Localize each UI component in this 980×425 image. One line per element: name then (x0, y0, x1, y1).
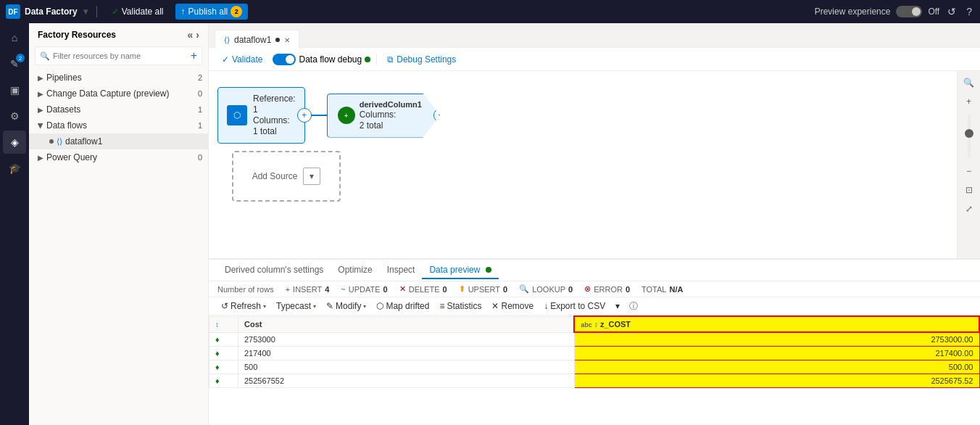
debug-toggle-knob (286, 55, 294, 64)
source-node-info: Reference: 1 Columns: 1 total (253, 94, 296, 137)
tab-derived-settings[interactable]: Derived column's settings (217, 262, 331, 279)
sort-icon[interactable]: ↕ (215, 321, 219, 329)
toggle-state-label: Off (928, 7, 939, 17)
statistics-btn[interactable]: ≡ Statistics (436, 300, 485, 313)
add-source-box[interactable]: Add Source ▾ (232, 151, 341, 202)
tab-data-preview[interactable]: Data preview (422, 262, 498, 279)
map-drifted-btn[interactable]: ⬡ Map drifted (373, 300, 433, 313)
dataflows-label: Data flows (46, 120, 195, 131)
delete-value: 0 (443, 285, 447, 294)
dataflows-arrow: ▶ (37, 123, 45, 128)
preview-toggle[interactable] (896, 6, 922, 17)
sidebar-section-cdc[interactable]: ▶ Change Data Capture (preview) 0 (29, 86, 208, 102)
derived-node-add-btn[interactable]: + (433, 108, 448, 123)
sidebar-item-dataflow1[interactable]: ⟨⟩ dataflow1 (29, 133, 208, 149)
update-label: UPDATE (349, 285, 381, 294)
nav-home-icon[interactable]: ⌂ (3, 26, 26, 49)
error-icon: ⊗ (584, 284, 591, 294)
export-icon: ↓ (544, 301, 548, 311)
sidebar-section-dataflows[interactable]: ▶ Data flows 1 (29, 117, 208, 133)
col-cost-header: Cost (238, 316, 575, 332)
export-csv-btn[interactable]: ↓ Export to CSV (540, 300, 609, 313)
source-columns-val: 1 total (253, 126, 296, 136)
source-node-add-btn[interactable]: + (297, 108, 312, 123)
nav-school-icon[interactable]: 🎓 (3, 157, 26, 180)
expand-view-icon[interactable]: ⤢ (960, 200, 978, 218)
error-value: 0 (626, 285, 630, 294)
insert-label: INSERT (293, 285, 322, 294)
powerquery-count: 0 (198, 153, 202, 162)
publish-badge: 2 (231, 6, 242, 17)
tab-unsaved-dot (275, 38, 280, 42)
sidebar-section-pipelines[interactable]: ▶ Pipelines 2 (29, 70, 208, 86)
zoom-slider-thumb (965, 129, 973, 138)
debug-toggle-switch[interactable] (273, 54, 296, 65)
stat-total: TOTAL N/A (641, 285, 683, 294)
sidebar-section-powerquery[interactable]: ▶ Power Query 0 (29, 149, 208, 165)
zcost-sort-icon[interactable]: ↕ (594, 321, 598, 329)
add-source-label: Add Source (252, 171, 298, 181)
typecast-btn[interactable]: Typecast ▾ (273, 300, 320, 313)
datasets-label: Datasets (46, 104, 195, 115)
sidebar-section-datasets[interactable]: ▶ Datasets 1 (29, 102, 208, 117)
tab-icon: ⟨⟩ (224, 36, 230, 45)
preview-label: Preview experience (815, 7, 891, 17)
source-node-icon: ⬡ (227, 105, 247, 125)
refresh-dropdown-icon[interactable]: ▾ (263, 303, 266, 310)
tab-dataflow1[interactable]: ⟨⟩ dataflow1 ✕ (215, 30, 299, 48)
derived-node[interactable]: + derivedColumn1 Columns: 2 total + (327, 94, 440, 138)
nav-dataflow-icon[interactable]: ◈ (3, 131, 26, 154)
nav-icons: ⌂ ✎ 2 ▣ ⚙ ◈ 🎓 (0, 23, 29, 425)
zoom-out-icon[interactable]: − (960, 162, 978, 180)
brand: DF Data Factory ▾ (6, 4, 88, 19)
fit-view-icon[interactable]: ⊡ (960, 181, 978, 199)
more-options-btn[interactable]: ▾ (612, 300, 623, 313)
validate-all-button[interactable]: ✓ Validate all (106, 4, 170, 19)
zoom-in-icon[interactable]: + (960, 93, 978, 110)
source-node[interactable]: ⬡ Reference: 1 Columns: 1 total + (217, 87, 305, 144)
tab-bar: ⟨⟩ dataflow1 ✕ (209, 23, 980, 48)
search-input[interactable] (53, 51, 188, 60)
insert-icon: + (286, 285, 290, 294)
typecast-dropdown-icon[interactable]: ▾ (313, 303, 316, 310)
collapse-icon[interactable]: « (188, 29, 194, 41)
nav-pencil-icon[interactable]: ✎ 2 (3, 52, 26, 75)
tab-optimize[interactable]: Optimize (331, 262, 379, 279)
dataflow-dot (49, 139, 54, 144)
validate-button[interactable]: ✓ Validate (217, 52, 267, 67)
diagram-canvas: ⬡ Reference: 1 Columns: 1 total + (209, 71, 957, 258)
nav-toolbox-icon[interactable]: ⚙ (3, 104, 26, 128)
tab-close-btn[interactable]: ✕ (284, 36, 290, 44)
topbar: DF Data Factory ▾ ✓ Validate all ↑ Publi… (0, 0, 980, 23)
sidebar-header: Factory Resources « › (29, 23, 208, 46)
modify-dropdown-icon[interactable]: ▾ (363, 303, 366, 310)
search-right-icon[interactable]: 🔍 (960, 74, 978, 91)
lookup-icon: 🔍 (519, 284, 529, 294)
stat-rows: Number of rows (217, 285, 274, 294)
error-label: ERROR (594, 285, 623, 294)
tab-label: dataflow1 (234, 35, 271, 45)
zoom-slider-track[interactable] (968, 115, 971, 158)
brand-icon: DF (6, 4, 20, 19)
brand-chevron[interactable]: ▾ (83, 7, 88, 17)
row-cost: 217400 (238, 347, 575, 360)
tab-inspect[interactable]: Inspect (380, 262, 423, 279)
remove-btn[interactable]: ✕ Remove (488, 300, 537, 313)
lookup-label: LOOKUP (532, 285, 565, 294)
refresh-label: Refresh (231, 301, 261, 311)
info-icon[interactable]: ⓘ (629, 300, 638, 313)
debug-status-dot (365, 57, 370, 62)
refresh-icon-btn[interactable]: ↺ (945, 4, 958, 20)
help-icon-btn[interactable]: ? (964, 4, 974, 20)
modify-btn[interactable]: ✎ Modify ▾ (323, 300, 370, 313)
preview-status-dot (486, 267, 491, 273)
bottom-toolbar: ↺ Refresh ▾ Typecast ▾ ✎ Modify ▾ ⬡ Map … (209, 297, 980, 315)
sidebar-add-icon[interactable]: + (191, 49, 197, 62)
refresh-btn[interactable]: ↺ Refresh ▾ (217, 300, 270, 313)
diagram-inner: ⬡ Reference: 1 Columns: 1 total + (209, 71, 957, 258)
nav-monitor-icon[interactable]: ▣ (3, 78, 26, 102)
expand-icon[interactable]: › (196, 29, 199, 41)
cdc-count: 0 (198, 89, 202, 98)
publish-all-button[interactable]: ↑ Publish all 2 (175, 4, 249, 20)
debug-settings-button[interactable]: ⧉ Debug Settings (383, 52, 460, 67)
